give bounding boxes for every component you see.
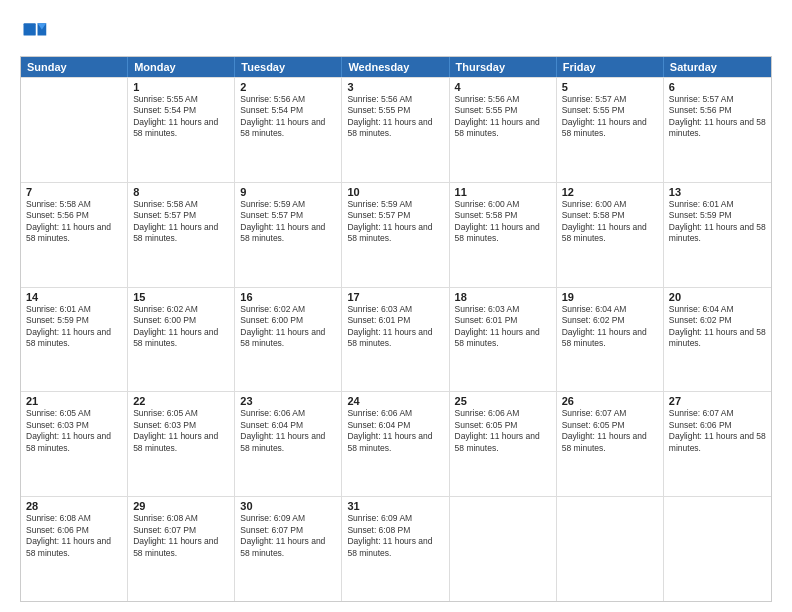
cell-info: Sunrise: 5:58 AM Sunset: 5:57 PM Dayligh… (133, 199, 229, 245)
calendar-cell-day-17: 17Sunrise: 6:03 AM Sunset: 6:01 PM Dayli… (342, 288, 449, 392)
cell-info: Sunrise: 6:04 AM Sunset: 6:02 PM Dayligh… (669, 304, 766, 350)
day-number: 25 (455, 395, 551, 407)
cell-info: Sunrise: 6:05 AM Sunset: 6:03 PM Dayligh… (133, 408, 229, 454)
cell-info: Sunrise: 5:55 AM Sunset: 5:54 PM Dayligh… (133, 94, 229, 140)
calendar-cell-day-22: 22Sunrise: 6:05 AM Sunset: 6:03 PM Dayli… (128, 392, 235, 496)
weekday-header-thursday: Thursday (450, 57, 557, 77)
calendar-cell-day-19: 19Sunrise: 6:04 AM Sunset: 6:02 PM Dayli… (557, 288, 664, 392)
calendar-cell-day-24: 24Sunrise: 6:06 AM Sunset: 6:04 PM Dayli… (342, 392, 449, 496)
day-number: 3 (347, 81, 443, 93)
calendar-cell-empty (450, 497, 557, 601)
calendar-cell-day-30: 30Sunrise: 6:09 AM Sunset: 6:07 PM Dayli… (235, 497, 342, 601)
calendar-cell-day-3: 3Sunrise: 5:56 AM Sunset: 5:55 PM Daylig… (342, 78, 449, 182)
calendar-cell-empty (21, 78, 128, 182)
calendar-row-2: 7Sunrise: 5:58 AM Sunset: 5:56 PM Daylig… (21, 182, 771, 287)
calendar-row-5: 28Sunrise: 6:08 AM Sunset: 6:06 PM Dayli… (21, 496, 771, 601)
calendar-cell-empty (664, 497, 771, 601)
day-number: 24 (347, 395, 443, 407)
cell-info: Sunrise: 6:07 AM Sunset: 6:05 PM Dayligh… (562, 408, 658, 454)
day-number: 2 (240, 81, 336, 93)
day-number: 16 (240, 291, 336, 303)
day-number: 19 (562, 291, 658, 303)
weekday-header-friday: Friday (557, 57, 664, 77)
day-number: 18 (455, 291, 551, 303)
day-number: 12 (562, 186, 658, 198)
calendar-cell-day-7: 7Sunrise: 5:58 AM Sunset: 5:56 PM Daylig… (21, 183, 128, 287)
cell-info: Sunrise: 5:59 AM Sunset: 5:57 PM Dayligh… (240, 199, 336, 245)
day-number: 30 (240, 500, 336, 512)
cell-info: Sunrise: 5:57 AM Sunset: 5:55 PM Dayligh… (562, 94, 658, 140)
calendar-row-3: 14Sunrise: 6:01 AM Sunset: 5:59 PM Dayli… (21, 287, 771, 392)
calendar-cell-day-28: 28Sunrise: 6:08 AM Sunset: 6:06 PM Dayli… (21, 497, 128, 601)
cell-info: Sunrise: 6:02 AM Sunset: 6:00 PM Dayligh… (133, 304, 229, 350)
cell-info: Sunrise: 5:57 AM Sunset: 5:56 PM Dayligh… (669, 94, 766, 140)
day-number: 10 (347, 186, 443, 198)
day-number: 31 (347, 500, 443, 512)
day-number: 29 (133, 500, 229, 512)
calendar-header: SundayMondayTuesdayWednesdayThursdayFrid… (21, 57, 771, 77)
day-number: 21 (26, 395, 122, 407)
day-number: 17 (347, 291, 443, 303)
day-number: 23 (240, 395, 336, 407)
calendar-cell-day-15: 15Sunrise: 6:02 AM Sunset: 6:00 PM Dayli… (128, 288, 235, 392)
page: SundayMondayTuesdayWednesdayThursdayFrid… (0, 0, 792, 612)
calendar-cell-day-16: 16Sunrise: 6:02 AM Sunset: 6:00 PM Dayli… (235, 288, 342, 392)
calendar-cell-day-14: 14Sunrise: 6:01 AM Sunset: 5:59 PM Dayli… (21, 288, 128, 392)
weekday-header-monday: Monday (128, 57, 235, 77)
calendar-cell-day-4: 4Sunrise: 5:56 AM Sunset: 5:55 PM Daylig… (450, 78, 557, 182)
weekday-header-wednesday: Wednesday (342, 57, 449, 77)
calendar-cell-day-18: 18Sunrise: 6:03 AM Sunset: 6:01 PM Dayli… (450, 288, 557, 392)
day-number: 22 (133, 395, 229, 407)
cell-info: Sunrise: 6:06 AM Sunset: 6:05 PM Dayligh… (455, 408, 551, 454)
cell-info: Sunrise: 6:08 AM Sunset: 6:07 PM Dayligh… (133, 513, 229, 559)
day-number: 8 (133, 186, 229, 198)
day-number: 9 (240, 186, 336, 198)
day-number: 4 (455, 81, 551, 93)
day-number: 27 (669, 395, 766, 407)
calendar-cell-day-13: 13Sunrise: 6:01 AM Sunset: 5:59 PM Dayli… (664, 183, 771, 287)
calendar: SundayMondayTuesdayWednesdayThursdayFrid… (20, 56, 772, 602)
cell-info: Sunrise: 6:02 AM Sunset: 6:00 PM Dayligh… (240, 304, 336, 350)
cell-info: Sunrise: 6:09 AM Sunset: 6:08 PM Dayligh… (347, 513, 443, 559)
cell-info: Sunrise: 5:59 AM Sunset: 5:57 PM Dayligh… (347, 199, 443, 245)
calendar-body: 1Sunrise: 5:55 AM Sunset: 5:54 PM Daylig… (21, 77, 771, 601)
calendar-cell-day-26: 26Sunrise: 6:07 AM Sunset: 6:05 PM Dayli… (557, 392, 664, 496)
calendar-cell-day-5: 5Sunrise: 5:57 AM Sunset: 5:55 PM Daylig… (557, 78, 664, 182)
weekday-header-saturday: Saturday (664, 57, 771, 77)
day-number: 11 (455, 186, 551, 198)
day-number: 1 (133, 81, 229, 93)
calendar-cell-day-6: 6Sunrise: 5:57 AM Sunset: 5:56 PM Daylig… (664, 78, 771, 182)
calendar-row-1: 1Sunrise: 5:55 AM Sunset: 5:54 PM Daylig… (21, 77, 771, 182)
calendar-cell-day-25: 25Sunrise: 6:06 AM Sunset: 6:05 PM Dayli… (450, 392, 557, 496)
calendar-cell-day-12: 12Sunrise: 6:00 AM Sunset: 5:58 PM Dayli… (557, 183, 664, 287)
calendar-cell-day-23: 23Sunrise: 6:06 AM Sunset: 6:04 PM Dayli… (235, 392, 342, 496)
cell-info: Sunrise: 6:01 AM Sunset: 5:59 PM Dayligh… (26, 304, 122, 350)
cell-info: Sunrise: 6:00 AM Sunset: 5:58 PM Dayligh… (562, 199, 658, 245)
calendar-cell-day-1: 1Sunrise: 5:55 AM Sunset: 5:54 PM Daylig… (128, 78, 235, 182)
cell-info: Sunrise: 5:56 AM Sunset: 5:55 PM Dayligh… (455, 94, 551, 140)
cell-info: Sunrise: 6:01 AM Sunset: 5:59 PM Dayligh… (669, 199, 766, 245)
cell-info: Sunrise: 5:58 AM Sunset: 5:56 PM Dayligh… (26, 199, 122, 245)
cell-info: Sunrise: 6:03 AM Sunset: 6:01 PM Dayligh… (347, 304, 443, 350)
day-number: 20 (669, 291, 766, 303)
cell-info: Sunrise: 6:05 AM Sunset: 6:03 PM Dayligh… (26, 408, 122, 454)
calendar-cell-day-21: 21Sunrise: 6:05 AM Sunset: 6:03 PM Dayli… (21, 392, 128, 496)
cell-info: Sunrise: 6:03 AM Sunset: 6:01 PM Dayligh… (455, 304, 551, 350)
day-number: 6 (669, 81, 766, 93)
calendar-cell-empty (557, 497, 664, 601)
calendar-cell-day-27: 27Sunrise: 6:07 AM Sunset: 6:06 PM Dayli… (664, 392, 771, 496)
calendar-cell-day-2: 2Sunrise: 5:56 AM Sunset: 5:54 PM Daylig… (235, 78, 342, 182)
logo (20, 18, 52, 46)
cell-info: Sunrise: 6:00 AM Sunset: 5:58 PM Dayligh… (455, 199, 551, 245)
calendar-cell-day-10: 10Sunrise: 5:59 AM Sunset: 5:57 PM Dayli… (342, 183, 449, 287)
calendar-cell-day-20: 20Sunrise: 6:04 AM Sunset: 6:02 PM Dayli… (664, 288, 771, 392)
calendar-cell-day-8: 8Sunrise: 5:58 AM Sunset: 5:57 PM Daylig… (128, 183, 235, 287)
cell-info: Sunrise: 6:08 AM Sunset: 6:06 PM Dayligh… (26, 513, 122, 559)
weekday-header-sunday: Sunday (21, 57, 128, 77)
calendar-cell-day-11: 11Sunrise: 6:00 AM Sunset: 5:58 PM Dayli… (450, 183, 557, 287)
cell-info: Sunrise: 5:56 AM Sunset: 5:55 PM Dayligh… (347, 94, 443, 140)
day-number: 5 (562, 81, 658, 93)
day-number: 28 (26, 500, 122, 512)
cell-info: Sunrise: 6:07 AM Sunset: 6:06 PM Dayligh… (669, 408, 766, 454)
day-number: 15 (133, 291, 229, 303)
